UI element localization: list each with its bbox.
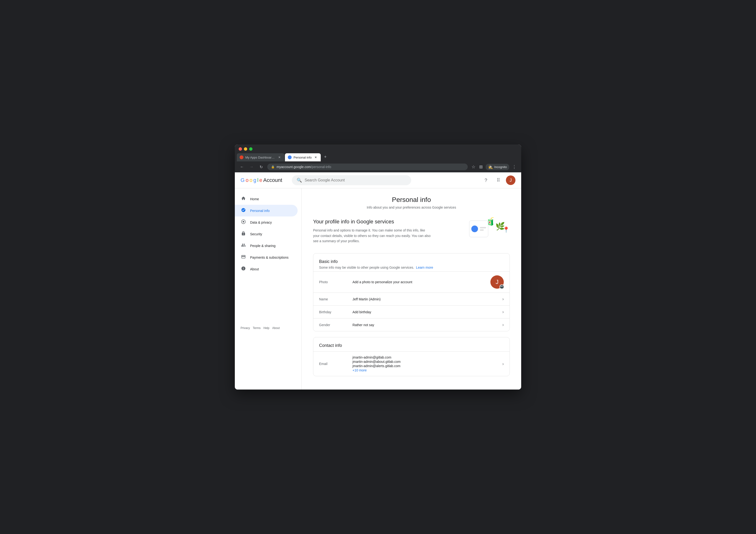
tab-personal-info-title: Personal info [293, 156, 312, 159]
google-account-header: Google Account 🔍 ? ⠿ J [235, 172, 521, 188]
gitlab-favicon [240, 155, 243, 159]
sidebar-footer-links: Privacy Terms Help About [235, 322, 301, 334]
sidebar-item-people-sharing-label: People & sharing [250, 244, 276, 248]
google-logo-g2: g [254, 177, 256, 183]
maximize-window-button[interactable] [249, 147, 253, 151]
email-row[interactable]: Email jmartin-admin@gitlab.com jmartin-a… [313, 351, 509, 376]
google-logo-g: G [241, 177, 245, 183]
name-row-arrow: › [502, 296, 504, 302]
google-logo-o1: o [246, 177, 248, 183]
forward-button[interactable]: → [248, 164, 255, 170]
footer-privacy-link[interactable]: Privacy [241, 326, 250, 330]
main-content: Personal info Info about you and your pr… [302, 188, 521, 390]
profile-banner: Your profile info in Google services Per… [313, 217, 510, 245]
about-icon [241, 266, 246, 272]
basic-info-subtitle: Some info may be visible to other people… [319, 266, 504, 269]
footer-about-link[interactable]: About [272, 326, 280, 330]
camera-badge: 📷 [500, 284, 504, 289]
lock-icon: 🔒 [271, 165, 275, 168]
home-icon [241, 196, 246, 202]
sidebar-item-people-sharing[interactable]: People & sharing [235, 240, 298, 251]
basic-info-card-header: Basic info Some info may be visible to o… [313, 253, 509, 271]
url-bar[interactable]: 🔒 myaccount.google.com/personal-info [267, 164, 468, 170]
incognito-label: Incognito [494, 165, 507, 169]
svg-point-1 [243, 221, 244, 223]
search-inner: 🔍 [292, 175, 411, 185]
user-avatar[interactable]: J [506, 175, 515, 185]
url-path: /personal-info [311, 165, 331, 169]
url-text: myaccount.google.com/personal-info [277, 165, 331, 169]
bookmark-icon[interactable]: ☆ [471, 163, 476, 170]
header-right: ? ⠿ J [481, 175, 515, 185]
email-values: jmartin-admin@gitlab.com jmartin-admin@a… [352, 355, 499, 372]
name-label: Name [319, 297, 352, 301]
sidebar-item-security[interactable]: Security [235, 228, 298, 240]
page-subtitle: Info about you and your preferences acro… [313, 206, 510, 209]
sidebar-item-data-privacy[interactable]: Data & privacy [235, 216, 298, 228]
sidebar-item-payments-label: Payments & subscriptions [250, 256, 288, 259]
sidebar-item-personal-info[interactable]: Personal info [235, 205, 298, 216]
new-tab-button[interactable]: + [321, 153, 330, 162]
help-button[interactable]: ? [481, 175, 491, 185]
sidebar-item-about-label: About [250, 267, 259, 271]
search-input[interactable] [305, 178, 406, 182]
back-button[interactable]: ← [239, 164, 245, 170]
minimize-window-button[interactable] [244, 147, 247, 151]
google-logo-e: e [259, 177, 262, 183]
people-sharing-icon [241, 243, 246, 249]
traffic-lights [235, 144, 521, 151]
gender-value: Rather not say [352, 323, 499, 327]
photo-row[interactable]: Photo Add a photo to personalize your ac… [313, 271, 509, 292]
basic-info-card: Basic info Some info may be visible to o… [313, 253, 510, 331]
illus-location-emoji: 📍 [502, 226, 510, 233]
sidebar-item-home[interactable]: Home [235, 193, 298, 205]
tab-gitlab[interactable]: My Apps Dashboard | GitLab ✕ [237, 153, 284, 162]
google-logo-l: l [257, 177, 258, 183]
illus-line-1 [480, 227, 486, 228]
learn-more-link[interactable]: Learn more [416, 266, 433, 269]
illus-avatar [471, 225, 478, 232]
incognito-badge: 🕵 Incognito [486, 164, 509, 170]
profile-banner-description: Personal info and options to manage it. … [313, 228, 432, 243]
account-text: Account [263, 177, 282, 183]
contact-info-title: Contact info [319, 343, 504, 348]
basic-info-title: Basic info [319, 259, 504, 264]
photo-value: Add a photo to personalize your account [352, 280, 490, 284]
sidebar-item-payments[interactable]: Payments & subscriptions [235, 251, 298, 263]
sidebar-item-personal-info-label: Personal info [250, 209, 270, 213]
google-logo[interactable]: Google Account [241, 177, 282, 183]
ga-main: Home Personal info Data & privacy [235, 188, 521, 390]
gender-row[interactable]: Gender Rather not say › [313, 318, 509, 331]
footer-terms-link[interactable]: Terms [253, 326, 260, 330]
split-view-icon[interactable]: ⊞ [478, 163, 484, 170]
security-icon [241, 231, 246, 237]
birthday-row[interactable]: Birthday Add birthday › [313, 305, 509, 318]
email-more-link[interactable]: +10 more [352, 368, 499, 372]
tab-personal-info-close[interactable]: ✕ [313, 155, 318, 160]
email-label: Email [319, 362, 352, 366]
url-domain: myaccount.google.com [277, 165, 311, 169]
tabs-bar: My Apps Dashboard | GitLab ✕ Personal in… [235, 151, 521, 162]
page-title: Personal info [313, 196, 510, 204]
menu-icon[interactable]: ⋮ [511, 163, 517, 170]
tab-gitlab-close[interactable]: ✕ [277, 155, 282, 160]
sidebar-item-home-label: Home [250, 197, 259, 201]
reload-button[interactable]: ↻ [258, 164, 264, 170]
apps-grid-button[interactable]: ⠿ [494, 175, 503, 185]
name-row[interactable]: Name Jeff Martin (Admin) › [313, 292, 509, 305]
footer-help-link[interactable]: Help [263, 326, 269, 330]
profile-illustration: 🧃 🌿 📍 [467, 217, 510, 245]
illus-card [469, 220, 488, 237]
name-value: Jeff Martin (Admin) [352, 297, 499, 301]
content-header: Personal info Info about you and your pr… [313, 196, 510, 209]
email-value-2: jmartin-admin@about.gitlab.com [352, 360, 499, 364]
tab-personal-info[interactable]: Personal info ✕ [285, 153, 321, 162]
close-window-button[interactable] [239, 147, 242, 151]
illus-drink-emoji: 🧃 [486, 217, 496, 226]
illus-line-2 [480, 229, 484, 231]
tab-gitlab-title: My Apps Dashboard | GitLab [245, 156, 275, 159]
contact-info-card: Contact info Email jmartin-admin@gitlab.… [313, 337, 510, 376]
birthday-row-arrow: › [502, 309, 504, 315]
sidebar-item-about[interactable]: About [235, 263, 298, 275]
user-photo-avatar: J 📷 [490, 275, 504, 289]
